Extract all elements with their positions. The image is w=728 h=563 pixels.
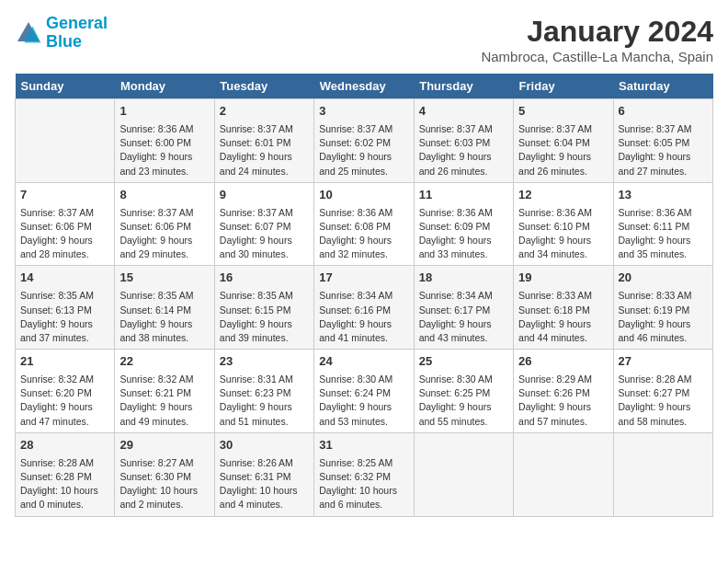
calendar-cell: 5Sunrise: 8:37 AM Sunset: 6:04 PM Daylig… — [514, 99, 613, 183]
header-cell-friday: Friday — [514, 74, 613, 99]
header-cell-wednesday: Wednesday — [314, 74, 414, 99]
calendar-cell: 11Sunrise: 8:36 AM Sunset: 6:09 PM Dayli… — [414, 182, 513, 266]
cell-content: Sunrise: 8:36 AM Sunset: 6:00 PM Dayligh… — [119, 122, 209, 178]
calendar-cell: 22Sunrise: 8:32 AM Sunset: 6:21 PM Dayli… — [115, 350, 214, 433]
logo-text-line1: General — [46, 15, 108, 33]
cell-content: Sunrise: 8:35 AM Sunset: 6:13 PM Dayligh… — [20, 289, 109, 345]
calendar-cell: 9Sunrise: 8:37 AM Sunset: 6:07 PM Daylig… — [214, 182, 313, 266]
cell-content: Sunrise: 8:36 AM Sunset: 6:11 PM Dayligh… — [619, 206, 708, 262]
calendar-cell: 23Sunrise: 8:31 AM Sunset: 6:23 PM Dayli… — [214, 350, 313, 433]
calendar-cell: 8Sunrise: 8:37 AM Sunset: 6:06 PM Daylig… — [115, 182, 214, 266]
day-number: 12 — [518, 187, 608, 204]
day-number: 17 — [319, 270, 408, 287]
cell-content: Sunrise: 8:30 AM Sunset: 6:25 PM Dayligh… — [419, 373, 508, 429]
cell-content: Sunrise: 8:28 AM Sunset: 6:28 PM Dayligh… — [20, 456, 109, 512]
subtitle: Nambroca, Castille-La Mancha, Spain — [481, 49, 713, 64]
cell-content: Sunrise: 8:37 AM Sunset: 6:02 PM Dayligh… — [319, 122, 408, 178]
cell-content: Sunrise: 8:33 AM Sunset: 6:19 PM Dayligh… — [619, 289, 708, 345]
header-cell-saturday: Saturday — [613, 74, 712, 99]
title-block: January 2024 Nambroca, Castille-La Manch… — [481, 15, 713, 64]
week-row-4: 28Sunrise: 8:28 AM Sunset: 6:28 PM Dayli… — [16, 432, 713, 516]
calendar-cell: 29Sunrise: 8:27 AM Sunset: 6:30 PM Dayli… — [115, 432, 214, 516]
cell-content: Sunrise: 8:30 AM Sunset: 6:24 PM Dayligh… — [319, 373, 408, 429]
cell-content: Sunrise: 8:34 AM Sunset: 6:17 PM Dayligh… — [419, 289, 508, 345]
calendar-cell: 16Sunrise: 8:35 AM Sunset: 6:15 PM Dayli… — [214, 266, 313, 350]
calendar-cell: 27Sunrise: 8:28 AM Sunset: 6:27 PM Dayli… — [613, 350, 712, 433]
cell-content: Sunrise: 8:37 AM Sunset: 6:06 PM Dayligh… — [20, 206, 109, 262]
calendar-cell: 31Sunrise: 8:25 AM Sunset: 6:32 PM Dayli… — [314, 432, 414, 516]
day-number: 24 — [319, 353, 408, 371]
calendar-cell: 18Sunrise: 8:34 AM Sunset: 6:17 PM Dayli… — [414, 266, 513, 350]
cell-content: Sunrise: 8:37 AM Sunset: 6:03 PM Dayligh… — [419, 122, 508, 178]
calendar-cell: 28Sunrise: 8:28 AM Sunset: 6:28 PM Dayli… — [16, 432, 115, 516]
day-number: 25 — [419, 353, 508, 371]
calendar-cell — [16, 99, 115, 183]
header-cell-tuesday: Tuesday — [214, 74, 313, 99]
calendar-cell: 17Sunrise: 8:34 AM Sunset: 6:16 PM Dayli… — [314, 266, 414, 350]
cell-content: Sunrise: 8:29 AM Sunset: 6:26 PM Dayligh… — [518, 373, 608, 429]
cell-content: Sunrise: 8:32 AM Sunset: 6:21 PM Dayligh… — [119, 373, 209, 429]
day-number: 5 — [518, 103, 608, 121]
calendar-cell: 2Sunrise: 8:37 AM Sunset: 6:01 PM Daylig… — [214, 99, 313, 183]
calendar-cell: 4Sunrise: 8:37 AM Sunset: 6:03 PM Daylig… — [414, 99, 513, 183]
day-number: 29 — [119, 437, 209, 454]
week-row-2: 14Sunrise: 8:35 AM Sunset: 6:13 PM Dayli… — [16, 266, 713, 350]
day-number: 16 — [220, 270, 309, 287]
cell-content: Sunrise: 8:31 AM Sunset: 6:23 PM Dayligh… — [220, 373, 309, 429]
calendar-cell: 25Sunrise: 8:30 AM Sunset: 6:25 PM Dayli… — [414, 350, 513, 433]
header-cell-sunday: Sunday — [16, 74, 115, 99]
calendar-cell: 15Sunrise: 8:35 AM Sunset: 6:14 PM Dayli… — [115, 266, 214, 350]
calendar-cell — [514, 432, 613, 516]
day-number: 13 — [619, 187, 708, 204]
day-number: 1 — [119, 103, 209, 121]
day-number: 11 — [419, 187, 508, 204]
cell-content: Sunrise: 8:27 AM Sunset: 6:30 PM Dayligh… — [119, 456, 209, 512]
day-number: 8 — [119, 187, 209, 204]
day-number: 19 — [518, 270, 608, 287]
cell-content: Sunrise: 8:37 AM Sunset: 6:07 PM Dayligh… — [220, 206, 309, 262]
day-number: 7 — [20, 187, 109, 204]
cell-content: Sunrise: 8:28 AM Sunset: 6:27 PM Dayligh… — [619, 373, 708, 429]
day-number: 6 — [619, 103, 708, 121]
calendar-cell: 21Sunrise: 8:32 AM Sunset: 6:20 PM Dayli… — [16, 350, 115, 433]
day-number: 23 — [220, 353, 309, 371]
day-number: 18 — [419, 270, 508, 287]
month-title: January 2024 — [481, 15, 713, 49]
calendar-cell: 12Sunrise: 8:36 AM Sunset: 6:10 PM Dayli… — [514, 182, 613, 266]
calendar-cell: 14Sunrise: 8:35 AM Sunset: 6:13 PM Dayli… — [16, 266, 115, 350]
day-number: 14 — [20, 270, 109, 287]
cell-content: Sunrise: 8:37 AM Sunset: 6:04 PM Dayligh… — [518, 122, 608, 178]
calendar-cell: 6Sunrise: 8:37 AM Sunset: 6:05 PM Daylig… — [613, 99, 712, 183]
header-row: SundayMondayTuesdayWednesdayThursdayFrid… — [16, 74, 713, 99]
week-row-3: 21Sunrise: 8:32 AM Sunset: 6:20 PM Dayli… — [16, 350, 713, 433]
calendar-table: SundayMondayTuesdayWednesdayThursdayFrid… — [15, 74, 713, 517]
day-number: 22 — [119, 353, 209, 371]
day-number: 10 — [319, 187, 408, 204]
logo-text-line2: Blue — [46, 33, 108, 52]
week-row-0: 1Sunrise: 8:36 AM Sunset: 6:00 PM Daylig… — [16, 99, 713, 183]
day-number: 21 — [20, 353, 109, 371]
cell-content: Sunrise: 8:25 AM Sunset: 6:32 PM Dayligh… — [319, 456, 408, 512]
day-number: 9 — [220, 187, 309, 204]
day-number: 2 — [220, 103, 309, 121]
cell-content: Sunrise: 8:35 AM Sunset: 6:14 PM Dayligh… — [119, 289, 209, 345]
calendar-body: 1Sunrise: 8:36 AM Sunset: 6:00 PM Daylig… — [16, 99, 713, 517]
cell-content: Sunrise: 8:26 AM Sunset: 6:31 PM Dayligh… — [220, 456, 309, 512]
page-header: General Blue January 2024 Nambroca, Cast… — [15, 15, 713, 64]
cell-content: Sunrise: 8:37 AM Sunset: 6:06 PM Dayligh… — [119, 206, 209, 262]
cell-content: Sunrise: 8:32 AM Sunset: 6:20 PM Dayligh… — [20, 373, 109, 429]
cell-content: Sunrise: 8:37 AM Sunset: 6:01 PM Dayligh… — [220, 122, 309, 178]
calendar-cell: 1Sunrise: 8:36 AM Sunset: 6:00 PM Daylig… — [115, 99, 214, 183]
day-number: 28 — [20, 437, 109, 454]
calendar-cell: 24Sunrise: 8:30 AM Sunset: 6:24 PM Dayli… — [314, 350, 414, 433]
calendar-cell — [414, 432, 513, 516]
cell-content: Sunrise: 8:33 AM Sunset: 6:18 PM Dayligh… — [518, 289, 608, 345]
cell-content: Sunrise: 8:35 AM Sunset: 6:15 PM Dayligh… — [220, 289, 309, 345]
header-cell-thursday: Thursday — [414, 74, 513, 99]
calendar-cell — [613, 432, 712, 516]
day-number: 15 — [119, 270, 209, 287]
day-number: 26 — [518, 353, 608, 371]
cell-content: Sunrise: 8:36 AM Sunset: 6:10 PM Dayligh… — [518, 206, 608, 262]
cell-content: Sunrise: 8:36 AM Sunset: 6:09 PM Dayligh… — [419, 206, 508, 262]
calendar-cell: 20Sunrise: 8:33 AM Sunset: 6:19 PM Dayli… — [613, 266, 712, 350]
